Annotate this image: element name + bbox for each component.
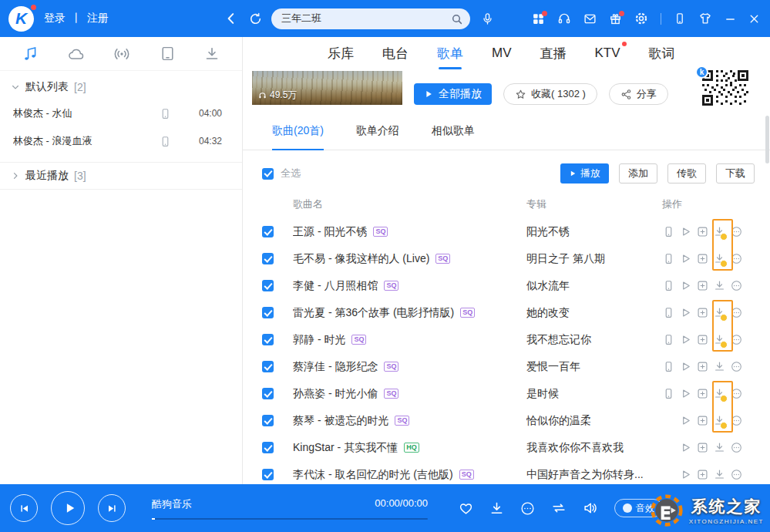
- sidebar-section-recent[interactable]: 最近播放 [3]: [0, 162, 242, 190]
- broadcast-icon[interactable]: [113, 45, 130, 62]
- row-checkbox[interactable]: [262, 361, 274, 372]
- music-note-icon[interactable]: [22, 45, 39, 62]
- play-all-button[interactable]: 全部播放: [414, 83, 492, 105]
- download-icon[interactable]: [489, 501, 504, 516]
- sidebar-song-row[interactable]: 林俊杰 - 浪漫血液04:32: [0, 127, 242, 155]
- share-button[interactable]: 分享: [609, 83, 668, 105]
- play-mode-icon[interactable]: [551, 500, 567, 516]
- nav-tab-1[interactable]: 电台: [382, 37, 409, 69]
- play-icon[interactable]: [679, 361, 691, 373]
- more-icon[interactable]: [730, 334, 742, 346]
- apps-grid-icon[interactable]: [532, 12, 545, 25]
- row-checkbox[interactable]: [262, 415, 274, 426]
- album-cell[interactable]: 我不想忘记你: [526, 333, 662, 347]
- more-icon[interactable]: [730, 307, 742, 319]
- volume-icon[interactable]: [583, 500, 598, 516]
- favorite-button[interactable]: 收藏( 1302 ): [503, 83, 597, 105]
- table-row[interactable]: 孙燕姿 - 时光小偷SQ是时候: [243, 380, 770, 407]
- row-checkbox[interactable]: [262, 280, 274, 291]
- play-icon[interactable]: [679, 307, 691, 319]
- download-icon[interactable]: [713, 415, 725, 427]
- download-icon[interactable]: [204, 46, 220, 62]
- tablet-icon[interactable]: [160, 45, 176, 62]
- add-icon[interactable]: [696, 442, 708, 454]
- register-link[interactable]: 注册: [87, 12, 109, 25]
- download-icon[interactable]: [713, 442, 725, 454]
- row-checkbox[interactable]: [262, 469, 274, 480]
- song-title[interactable]: 王源 - 阳光不锈: [293, 225, 367, 239]
- more-icon[interactable]: [520, 501, 535, 516]
- album-cell[interactable]: 阳光不锈: [526, 225, 662, 239]
- song-title[interactable]: 李代沫 - 取名回忆的时光 (吉他版): [293, 468, 453, 482]
- add-button[interactable]: 添加: [619, 163, 657, 184]
- send-to-device-icon[interactable]: [662, 361, 674, 373]
- nav-tab-6[interactable]: 歌词: [649, 37, 675, 69]
- search-icon[interactable]: [451, 13, 463, 25]
- row-checkbox[interactable]: [262, 226, 274, 237]
- nav-tab-0[interactable]: 乐库: [328, 37, 354, 69]
- add-icon[interactable]: [696, 334, 708, 346]
- more-icon[interactable]: [730, 388, 742, 400]
- scrollbar-thumb[interactable]: [765, 116, 769, 163]
- play-icon[interactable]: [679, 334, 691, 346]
- send-to-device-icon[interactable]: [662, 307, 674, 319]
- add-icon[interactable]: [696, 469, 708, 481]
- play-icon[interactable]: [679, 226, 691, 238]
- play-icon[interactable]: [679, 388, 691, 400]
- send-to-device-icon[interactable]: [662, 388, 674, 400]
- login-link[interactable]: 登录: [44, 12, 66, 25]
- play-button[interactable]: [51, 491, 85, 525]
- play-icon[interactable]: [679, 415, 691, 427]
- table-row[interactable]: 郭静 - 时光SQ我不想忘记你: [243, 326, 770, 353]
- send-to-device-icon[interactable]: [662, 280, 674, 292]
- song-title[interactable]: 李健 - 八月照相馆: [293, 279, 378, 293]
- more-icon[interactable]: [730, 415, 742, 427]
- add-icon[interactable]: [696, 388, 708, 400]
- skin-icon[interactable]: [698, 12, 712, 25]
- album-cell[interactable]: 中国好声音之为你转身...: [526, 468, 662, 482]
- row-checkbox[interactable]: [262, 334, 274, 345]
- select-all-checkbox[interactable]: [262, 168, 274, 180]
- song-title[interactable]: 雷光夏 - 第36个故事 (电影抒情版): [293, 306, 454, 320]
- playlist-tab-2[interactable]: 相似歌单: [432, 113, 475, 150]
- download-icon[interactable]: [713, 253, 725, 265]
- more-icon[interactable]: [730, 253, 742, 265]
- play-icon[interactable]: [679, 469, 691, 481]
- album-cell[interactable]: 爱恨一百年: [526, 360, 662, 374]
- table-row[interactable]: KingStar - 其实我不懂HQ我喜欢你你不喜欢我: [243, 434, 770, 461]
- song-title[interactable]: 蔡琴 - 被遗忘的时光: [293, 414, 388, 428]
- nav-tab-4[interactable]: 直播: [540, 37, 567, 69]
- song-title[interactable]: 孙燕姿 - 时光小偷: [293, 387, 378, 401]
- close-icon[interactable]: [748, 13, 760, 25]
- add-icon[interactable]: [696, 226, 708, 238]
- kugou-logo[interactable]: K: [8, 6, 34, 32]
- playlist-tab-0[interactable]: 歌曲(20首): [272, 113, 324, 150]
- song-title[interactable]: 郭静 - 时光: [293, 333, 345, 347]
- table-row[interactable]: 蔡淳佳 - 隐形纪念SQ爱恨一百年: [243, 353, 770, 380]
- cloud-icon[interactable]: [68, 45, 85, 62]
- download-icon[interactable]: [713, 388, 725, 400]
- settings-gear-icon[interactable]: [634, 12, 648, 25]
- album-cell[interactable]: 明日之子 第八期: [526, 252, 662, 266]
- play-icon[interactable]: [679, 280, 691, 292]
- row-checkbox[interactable]: [262, 388, 274, 399]
- send-to-device-icon[interactable]: [662, 226, 674, 238]
- download-icon[interactable]: [713, 280, 725, 292]
- sidebar-section-default-list[interactable]: 默认列表 [2]: [0, 71, 242, 99]
- headset-icon[interactable]: [557, 12, 571, 25]
- heart-icon[interactable]: [459, 501, 473, 516]
- more-icon[interactable]: [730, 280, 742, 292]
- more-icon[interactable]: [730, 361, 742, 373]
- table-row[interactable]: 雷光夏 - 第36个故事 (电影抒情版)SQ她的改变: [243, 299, 770, 326]
- row-checkbox[interactable]: [262, 253, 274, 264]
- album-cell[interactable]: 我喜欢你你不喜欢我: [526, 441, 662, 455]
- add-icon[interactable]: [696, 307, 708, 319]
- download-icon[interactable]: [713, 307, 725, 319]
- send-to-device-icon[interactable]: [160, 108, 171, 120]
- mic-icon[interactable]: [481, 12, 494, 25]
- phone-connect-icon[interactable]: [674, 12, 686, 25]
- more-icon[interactable]: [730, 442, 742, 454]
- play-icon[interactable]: [679, 442, 691, 454]
- refresh-icon[interactable]: [249, 12, 262, 25]
- table-row[interactable]: 毛不易 - 像我这样的人 (Live)SQ明日之子 第八期: [243, 245, 770, 272]
